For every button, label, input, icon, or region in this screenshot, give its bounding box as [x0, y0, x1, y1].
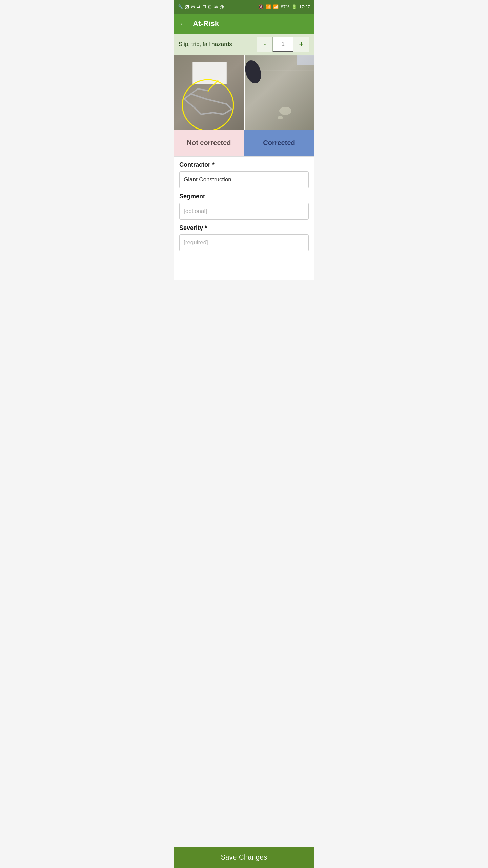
back-button[interactable]: ← — [179, 19, 187, 28]
timer-icon: ⏱ — [202, 4, 206, 9]
app-bar: ← At-Risk — [174, 14, 314, 34]
counter-controls: - 1 + — [257, 37, 309, 52]
segment-label: Segment — [179, 193, 309, 200]
status-bar: 🔧 🖼 ✉ ⇄ ⏱ ⊞ 🛍 @ 🔇 📶 📶 87% 🔋 17:27 — [174, 0, 314, 14]
form-section: Contractor Segment Severity — [174, 157, 314, 280]
wifi-icon: 📶 — [266, 4, 271, 9]
contractor-label: Contractor — [179, 161, 309, 169]
segment-input[interactable] — [179, 203, 309, 220]
signal-icon: 📶 — [273, 4, 279, 9]
corrected-label: Corrected — [263, 139, 295, 147]
severity-input[interactable] — [179, 234, 309, 251]
counter-decrease-button[interactable]: - — [257, 37, 273, 52]
severity-label: Severity — [179, 224, 309, 232]
page-title: At-Risk — [193, 19, 219, 28]
counter-value: 1 — [273, 37, 293, 52]
mute-icon: 🔇 — [258, 4, 264, 9]
counter-increase-button[interactable]: + — [293, 37, 309, 52]
hazard-label: Slip, trip, fall hazards — [179, 41, 232, 48]
status-info-right: 🔇 📶 📶 87% 🔋 17:27 — [258, 4, 310, 9]
sync-icon: ⇄ — [197, 4, 200, 9]
at-icon: @ — [220, 4, 224, 9]
image-icon: 🖼 — [185, 4, 189, 9]
battery-text: 87% — [281, 4, 289, 9]
status-icons-left: 🔧 🖼 ✉ ⇄ ⏱ ⊞ 🛍 @ — [178, 4, 224, 9]
hazard-row: Slip, trip, fall hazards - 1 + — [174, 34, 314, 55]
contractor-input[interactable] — [179, 171, 309, 188]
not-corrected-button[interactable]: Not corrected — [174, 130, 244, 156]
photo-after[interactable] — [244, 55, 314, 130]
time-display: 17:27 — [299, 4, 310, 9]
battery-icon: 🔋 — [291, 4, 297, 9]
photo-grid — [174, 55, 314, 130]
bag-icon: 🛍 — [214, 4, 218, 9]
mail-icon: ✉ — [191, 4, 195, 9]
photo-before[interactable] — [174, 55, 244, 130]
not-corrected-label: Not corrected — [187, 139, 231, 147]
correction-toggle: Not corrected Corrected — [174, 130, 314, 157]
grid-icon: ⊞ — [208, 4, 212, 9]
corrected-button[interactable]: Corrected — [244, 130, 314, 156]
wrench-icon: 🔧 — [178, 4, 183, 9]
